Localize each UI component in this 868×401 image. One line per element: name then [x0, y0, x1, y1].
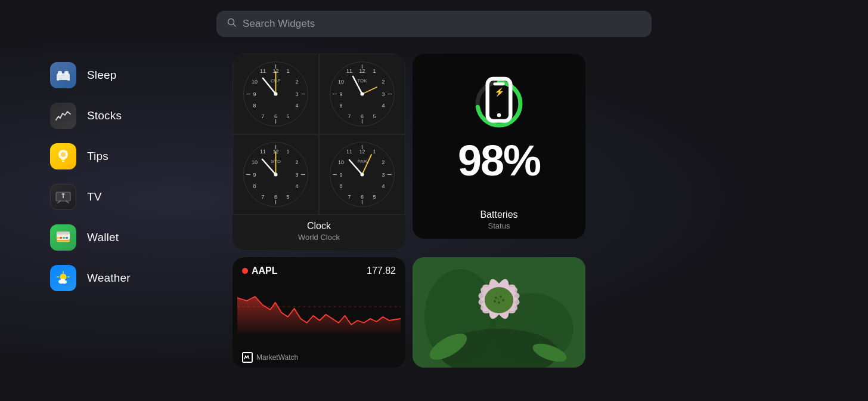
svg-text:11: 11	[260, 149, 266, 155]
svg-point-10	[61, 152, 66, 157]
svg-point-28	[60, 279, 65, 283]
sidebar-item-tv[interactable]: TV	[42, 178, 221, 216]
svg-text:3: 3	[295, 172, 298, 178]
search-placeholder: Search Widgets	[243, 18, 315, 30]
svg-text:TOK: TOK	[357, 78, 367, 84]
mw-icon	[242, 352, 253, 363]
svg-text:10: 10	[252, 79, 258, 85]
svg-line-1	[234, 24, 236, 27]
clock-title: Clock	[241, 221, 397, 232]
wallet-icon	[50, 224, 76, 251]
svg-text:10: 10	[252, 159, 258, 165]
svg-rect-12	[63, 195, 64, 198]
svg-text:6: 6	[361, 194, 364, 200]
svg-text:1: 1	[286, 149, 289, 155]
sidebar-label-weather: Weather	[87, 272, 131, 285]
svg-text:9: 9	[339, 172, 342, 178]
stocks-dot	[242, 268, 248, 274]
sidebar-item-sleep[interactable]: Sleep	[42, 56, 221, 94]
tv-icon	[50, 184, 76, 210]
svg-rect-5	[57, 79, 59, 81]
svg-point-49	[274, 92, 278, 96]
sidebar-label-stocks: Stocks	[87, 109, 122, 122]
svg-text:4: 4	[382, 103, 385, 109]
svg-text:6: 6	[274, 194, 277, 200]
svg-text:7: 7	[348, 113, 351, 119]
weather-icon	[50, 265, 76, 291]
svg-text:3: 3	[382, 172, 385, 178]
svg-text:2: 2	[382, 79, 385, 85]
svg-rect-18	[60, 237, 62, 239]
svg-text:12: 12	[359, 149, 365, 155]
svg-text:5: 5	[286, 194, 289, 200]
sidebar-label-tv: TV	[87, 190, 102, 203]
stocks-header: AAPL 177.82	[232, 257, 405, 280]
svg-text:11: 11	[346, 68, 352, 74]
svg-text:4: 4	[382, 183, 385, 189]
svg-point-139	[498, 301, 500, 304]
sidebar-item-tips[interactable]: Tips	[42, 137, 221, 175]
svg-rect-8	[61, 159, 65, 160]
svg-text:5: 5	[286, 113, 289, 119]
svg-rect-19	[63, 237, 65, 239]
svg-text:11: 11	[346, 149, 352, 155]
svg-text:7: 7	[261, 194, 264, 200]
sidebar: Sleep Stocks	[42, 54, 221, 396]
main-container: Search Widgets Sleep	[0, 0, 868, 401]
stocks-footer: MarketWatch	[232, 348, 405, 368]
svg-point-141	[498, 298, 500, 300]
svg-rect-17	[57, 237, 59, 239]
battery-ring: ⚡	[472, 77, 526, 131]
svg-point-138	[502, 299, 504, 301]
svg-text:9: 9	[253, 172, 256, 178]
svg-text:2: 2	[295, 79, 298, 85]
clock-cell-syd: 12 3 6 9 1 10 11 7 5 2 4	[232, 134, 319, 215]
widget-clock[interactable]: 12 3 6 9 1 10 11 7 5 2 4	[232, 54, 405, 250]
marketwatch-logo: MarketWatch	[242, 352, 298, 363]
widget-battery[interactable]: ⚡ 98%	[413, 54, 585, 239]
sidebar-item-stocks[interactable]: Stocks	[42, 97, 221, 135]
svg-point-136	[495, 297, 497, 299]
svg-point-118	[497, 113, 501, 116]
battery-content: ⚡ 98%	[413, 54, 585, 205]
svg-rect-9	[62, 161, 64, 162]
svg-point-70	[361, 92, 364, 96]
clock-cell-tok: 12 3 6 9 1 10 11 7 5 2 4	[319, 54, 405, 134]
svg-text:11: 11	[260, 68, 266, 74]
marketwatch-text: MarketWatch	[256, 353, 298, 362]
stocks-ticker: AAPL	[242, 266, 278, 276]
svg-rect-117	[493, 82, 504, 85]
svg-text:9: 9	[339, 91, 342, 97]
widget-stocks[interactable]: AAPL 177.82	[232, 257, 405, 368]
svg-text:7: 7	[261, 113, 264, 119]
clock-label-area: Clock World Clock	[232, 215, 405, 250]
search-icon	[227, 18, 237, 30]
svg-rect-6	[67, 79, 70, 81]
clock-grid: 12 3 6 9 1 10 11 7 5 2 4	[232, 54, 405, 215]
svg-text:8: 8	[253, 103, 256, 109]
svg-text:3: 3	[382, 91, 385, 97]
svg-point-91	[274, 173, 278, 177]
svg-point-135	[485, 287, 513, 313]
svg-text:6: 6	[361, 113, 364, 119]
widgets-row-1: 12 3 6 9 1 10 11 7 5 2 4	[232, 54, 826, 250]
svg-text:12: 12	[359, 68, 365, 74]
stocks-price: 177.82	[367, 266, 396, 276]
svg-rect-4	[64, 71, 69, 75]
clock-cell-par: 12 3 6 9 1 10 11 7 5 2 4	[319, 134, 405, 215]
svg-rect-20	[66, 237, 68, 239]
svg-text:6: 6	[274, 113, 277, 119]
tips-icon	[50, 143, 76, 169]
sidebar-label-sleep: Sleep	[87, 69, 117, 82]
widget-photo[interactable]	[413, 257, 585, 368]
battery-subtitle: Status	[421, 221, 577, 230]
sidebar-item-weather[interactable]: Weather	[42, 259, 221, 297]
sidebar-item-wallet[interactable]: Wallet	[42, 218, 221, 257]
svg-text:9: 9	[253, 91, 256, 97]
battery-phone-icon	[472, 75, 526, 132]
search-bar[interactable]: Search Widgets	[216, 11, 652, 37]
svg-text:3: 3	[295, 91, 298, 97]
sleep-icon	[50, 62, 76, 88]
svg-text:4: 4	[295, 183, 298, 189]
svg-rect-3	[58, 71, 62, 75]
